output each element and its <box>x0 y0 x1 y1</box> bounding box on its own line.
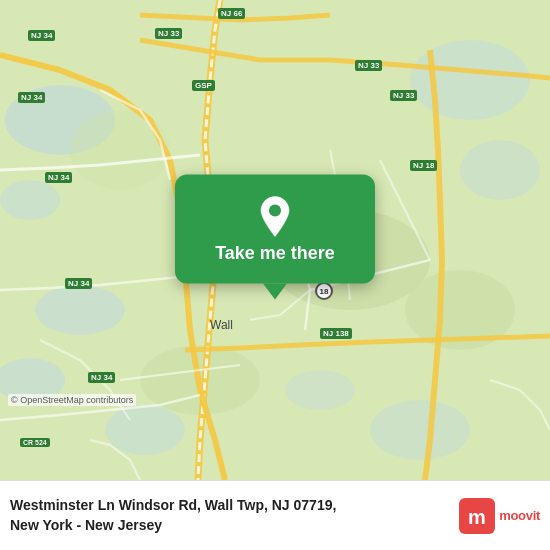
osm-attribution: © OpenStreetMap contributors <box>8 394 136 406</box>
svg-point-3 <box>35 285 125 335</box>
moovit-label: moovit <box>499 508 540 523</box>
map-container: NJ 66 NJ 34 NJ 33 NJ 34 GSP NJ 33 NJ 34 … <box>0 0 550 480</box>
route-shield-nj34-1: NJ 34 <box>28 30 55 41</box>
route-shield-nj66: NJ 66 <box>218 8 245 19</box>
svg-point-6 <box>460 140 540 200</box>
route-shield-nj34-2: NJ 34 <box>18 92 45 103</box>
route-shield-nj138: NJ 138 <box>320 328 352 339</box>
route-shield-nj34-3: NJ 34 <box>45 172 72 183</box>
svg-point-14 <box>269 205 281 217</box>
svg-point-7 <box>105 405 185 455</box>
route-shield-nj34-4: NJ 34 <box>65 278 92 289</box>
route-shield-nj33-1: NJ 33 <box>155 28 182 39</box>
svg-text:m: m <box>468 506 486 528</box>
location-pin-icon <box>255 195 295 235</box>
place-label-wall: Wall <box>210 318 233 332</box>
svg-point-9 <box>285 370 355 410</box>
route-shield-nj33-2: NJ 33 <box>355 60 382 71</box>
take-me-there-label: Take me there <box>205 243 345 264</box>
svg-point-13 <box>70 110 170 190</box>
moovit-icon: m <box>459 498 495 534</box>
footer-address-block: Westminster Ln Windsor Rd, Wall Twp, NJ … <box>10 496 459 535</box>
route-shield-nj18: NJ 18 <box>410 160 437 171</box>
moovit-logo: m moovit <box>459 498 540 534</box>
footer: Westminster Ln Windsor Rd, Wall Twp, NJ … <box>0 480 550 550</box>
route-shield-cr524: CR 524 <box>20 438 50 447</box>
address-line2: New York - New Jersey <box>10 516 459 536</box>
address-line1: Westminster Ln Windsor Rd, Wall Twp, NJ … <box>10 496 459 516</box>
svg-point-2 <box>0 180 60 220</box>
route-shield-nj33-3: NJ 33 <box>390 90 417 101</box>
route-shield-nj34-5: NJ 34 <box>88 372 115 383</box>
take-me-there-popup[interactable]: Take me there <box>175 175 375 284</box>
route-shield-18-circle: 18 <box>315 282 333 300</box>
route-shield-gsp: GSP <box>192 80 215 91</box>
svg-point-8 <box>370 400 470 460</box>
